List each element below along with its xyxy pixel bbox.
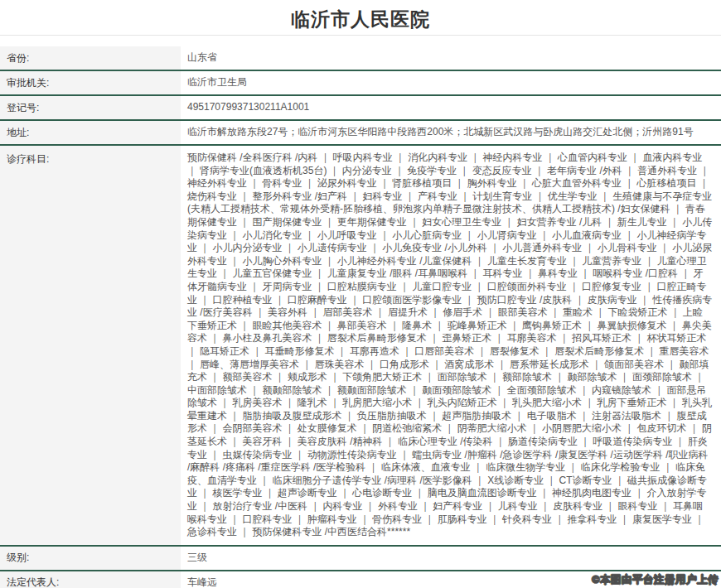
table-row-level: 级别: 三级 (0, 547, 721, 571)
row-value: 临沂市解放路东段27号；临沂市河东区华阳路中段路西200米；北城新区武汉路与卧虎… (181, 121, 721, 144)
row-label: 诊疗科目: (0, 146, 181, 545)
hospital-info-table: 省份: 山东省 审批机关: 临沂市卫生局 登记号: 49517079937130… (0, 46, 721, 588)
table-row-address: 地址: 临沂市解放路东段27号；临沂市河东区华阳路中段路西200米；北城新区武汉… (0, 121, 721, 146)
row-value: 临沂市卫生局 (181, 71, 721, 94)
table-row-departments: 诊疗科目: 预防保健科 /全科医疗科 /内科 ｜ 呼吸内科专业 ｜ 消化内科专业… (0, 146, 721, 547)
row-label: 级别: (0, 547, 181, 570)
row-value: 预防保健科 /全科医疗科 /内科 ｜ 呼吸内科专业 ｜ 消化内科专业 ｜ 神经内… (181, 146, 721, 545)
header-divider (0, 35, 721, 36)
uploader-watermark-text: ©本图由平台注册用户上传 (592, 573, 719, 587)
row-label: 地址: (0, 121, 181, 144)
row-label: 登记号: (0, 96, 181, 119)
row-label: 审批机关: (0, 71, 181, 94)
page-title: 临沂市人民医院 (291, 8, 430, 30)
row-value: 49517079937130211A1001 (181, 96, 721, 119)
row-value: 山东省 (181, 46, 721, 70)
row-label: 法定代表人: (0, 571, 181, 588)
page-header: 临沂市人民医院 (0, 0, 721, 35)
row-label: 省份: (0, 46, 181, 70)
table-row-province: 省份: 山东省 (0, 46, 721, 71)
table-row-approval-authority: 审批机关: 临沂市卫生局 (0, 71, 721, 96)
table-row-registration-number: 登记号: 49517079937130211A1001 (0, 96, 721, 121)
row-value: 三级 (181, 547, 721, 570)
